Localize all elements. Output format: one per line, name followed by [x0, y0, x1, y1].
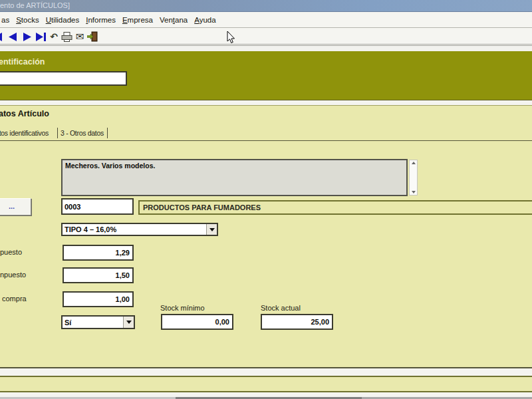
title-bar: ento de ARTÍCULOS] — [0, 0, 532, 12]
price-with-tax-label: npuesto — [0, 271, 26, 279]
tab-divider — [107, 128, 108, 138]
exit-door-icon — [87, 31, 98, 42]
print-button[interactable] — [60, 31, 73, 43]
identification-search-input[interactable] — [0, 71, 127, 86]
menu-item-ventana[interactable]: Ventana — [160, 16, 188, 24]
price-without-tax-field[interactable]: 1,29 — [63, 245, 134, 261]
undo-button[interactable]: ↶ — [47, 31, 61, 43]
bottom-yellow-strip — [0, 376, 532, 392]
toolbar: ↶ ✉ — [0, 29, 532, 44]
first-record-icon — [0, 33, 3, 41]
chevron-down-icon — [126, 321, 132, 324]
menu-item-empresa[interactable]: Empresa — [122, 16, 153, 24]
family-browse-button[interactable]: ... — [0, 198, 31, 215]
envelope-icon: ✉ — [76, 31, 84, 43]
dropdown-button[interactable] — [206, 224, 217, 235]
menu-item-partial[interactable]: as — [1, 16, 9, 24]
next-record-icon — [21, 33, 33, 41]
tax-type-dropdown[interactable]: TIPO 4 – 16,0% — [61, 223, 218, 236]
stock-current-field[interactable]: 25,00 — [261, 314, 333, 330]
last-record-icon — [35, 33, 47, 41]
window-title: ento de ARTÍCULOS] — [0, 1, 70, 9]
stock-min-field[interactable]: 0,00 — [161, 314, 233, 330]
printer-icon — [61, 32, 72, 42]
tab-mas-datos-identificativos[interactable]: s datos identificativos — [0, 129, 49, 137]
app-window: ento de ARTÍCULOS] as Stocks Utilidades … — [0, 0, 532, 399]
price-without-tax-label: puesto — [0, 248, 22, 256]
stock-control-value: Sí — [63, 317, 123, 328]
family-name-field: PRODUCTOS PARA FUMADORES — [138, 200, 532, 215]
dropdown-button[interactable] — [123, 317, 134, 328]
article-data-heading: atos Artículo — [0, 109, 49, 118]
purchase-price-label: compra — [2, 295, 27, 303]
first-record-button[interactable] — [0, 31, 4, 43]
mail-button[interactable]: ✉ — [73, 31, 86, 43]
identification-heading: entificación — [0, 57, 45, 66]
previous-record-button[interactable] — [6, 31, 19, 43]
previous-record-icon — [7, 33, 19, 41]
next-record-button[interactable] — [20, 31, 33, 43]
exit-button[interactable] — [86, 31, 99, 43]
chevron-down-icon — [209, 228, 215, 231]
tab-otros-datos[interactable]: 3 - Otros datos — [61, 129, 104, 137]
toolbar-gap — [0, 46, 532, 51]
tab-divider — [57, 128, 58, 138]
description-textarea[interactable]: Mecheros. Varios modelos. — [61, 159, 408, 196]
stock-min-label: Stock mínimo — [160, 304, 205, 312]
last-record-button[interactable] — [34, 31, 47, 43]
menu-item-utilidades[interactable]: Utilidades — [46, 16, 80, 24]
menu-item-ayuda[interactable]: Ayuda — [194, 16, 215, 24]
undo-icon: ↶ — [50, 31, 58, 42]
purchase-price-field[interactable]: 1,00 — [63, 291, 134, 307]
ellipsis-label: ... — [9, 202, 15, 210]
menu-bar: as Stocks Utilidades Informes Empresa Ve… — [0, 12, 532, 28]
tax-type-value: TIPO 4 – 16,0% — [63, 224, 206, 235]
scroll-down-icon[interactable] — [412, 191, 416, 194]
menu-item-informes[interactable]: Informes — [86, 16, 116, 24]
scroll-up-icon[interactable] — [412, 162, 416, 164]
identification-section: entificación — [0, 51, 532, 100]
stock-control-dropdown[interactable]: Sí — [61, 315, 135, 329]
stock-current-label: Stock actual — [261, 304, 301, 312]
description-scrollbar[interactable] — [409, 160, 418, 196]
article-data-section: atos Artículo s datos identificativos 3 … — [0, 105, 532, 368]
tab-strip-underline — [0, 140, 532, 141]
menu-item-stocks[interactable]: Stocks — [16, 16, 39, 24]
family-code-input[interactable] — [61, 198, 134, 215]
price-with-tax-field[interactable]: 1,50 — [63, 267, 134, 283]
